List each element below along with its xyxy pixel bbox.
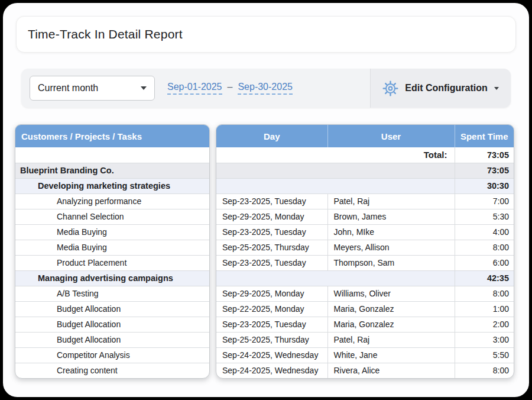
spent-time-cell: 8:00 (455, 240, 514, 255)
merged-cell (216, 163, 455, 178)
name-cell: Media Buying (15, 224, 209, 240)
day-cell: Sep-29-2025, Monday (216, 209, 327, 224)
task-row: Sep-24-2025, WednesdayRivera, Alice8:00 (216, 363, 514, 378)
task-row: Product Placement (15, 255, 209, 270)
tasks-column-body: Blueprint Branding Co.Developing marketi… (15, 147, 209, 378)
task-row: Budget Allocation (15, 301, 209, 317)
task-row: Sep-23-2025, TuesdayJohn, MIke4:00 (216, 224, 514, 240)
project-row: 30:30 (216, 178, 514, 193)
task-row: Analyzing performance (15, 193, 209, 209)
name-cell: Competitor Analysis (15, 347, 209, 363)
edit-configuration-label: Edit Configuration (405, 83, 488, 93)
spent-time-cell: 5:30 (455, 209, 514, 224)
tasks-table-header-row: Customers / Projects / Tasks (15, 125, 209, 147)
name-cell: Media Buying (15, 240, 209, 255)
task-row: Channel Selection (15, 209, 209, 224)
spent-time-cell: 8:00 (455, 286, 514, 301)
day-cell: Sep-23-2025, Tuesday (216, 224, 327, 240)
user-cell: John, MIke (327, 224, 455, 240)
entries-table-header-row: Day User Spent Time (216, 125, 514, 147)
date-to-link[interactable]: Sep-30-2025 (238, 82, 293, 95)
task-row: Sep-25-2025, ThursdayMeyers, Allison8:00 (216, 240, 514, 255)
day-cell: Sep-22-2025, Monday (216, 301, 327, 317)
task-row: Sep-24-2025, WednesdayWhite, Jane5:50 (216, 347, 514, 363)
task-row: Budget Allocation (15, 332, 209, 347)
day-cell: Sep-24-2025, Wednesday (216, 363, 327, 378)
task-row: Sep-22-2025, MondayMaria, Gonzalez1:00 (216, 301, 514, 317)
name-cell: Budget Allocation (15, 317, 209, 332)
total-row (15, 147, 209, 163)
tasks-table: Customers / Projects / Tasks Blueprint B… (15, 124, 210, 379)
user-cell: Maria, Gonzalez (327, 317, 455, 332)
user-cell: Meyers, Allison (327, 240, 455, 255)
name-cell: Analyzing performance (15, 193, 209, 209)
task-row: Sep-29-2025, MondayWilliams, Oliver8:00 (216, 286, 514, 301)
user-cell: Patel, Raj (327, 332, 455, 347)
toolbar: Current month Sep-01-2025 – Sep-30-2025 (21, 69, 511, 108)
spent-time-cell: 1:00 (455, 301, 514, 317)
merged-cell (216, 178, 455, 193)
chevron-down-icon (494, 87, 499, 90)
task-row: Sep-23-2025, TuesdayPatel, Raj7:00 (216, 193, 514, 209)
spent-time-cell: 2:00 (455, 317, 514, 332)
spent-time-cell: 4:00 (455, 224, 514, 240)
task-row: Sep-23-2025, TuesdayMaria, Gonzalez2:00 (216, 317, 514, 332)
edit-configuration-button[interactable]: Edit Configuration (370, 69, 511, 108)
spent-time-cell: 3:00 (455, 332, 514, 347)
name-cell: Budget Allocation (15, 301, 209, 317)
column-header-day: Day (216, 125, 327, 147)
spent-time-cell: 42:35 (455, 270, 514, 286)
date-range-separator: – (228, 82, 233, 92)
project-row: 42:35 (216, 270, 514, 286)
name-cell: Creating content (15, 363, 209, 378)
column-header-user: User (327, 125, 455, 147)
spent-time-cell: 5:50 (455, 347, 514, 363)
user-cell: Rivera, Alice (327, 363, 455, 378)
entries-body: Total:73:0573:0530:30Sep-23-2025, Tuesda… (216, 147, 514, 378)
user-cell: Patel, Raj (327, 193, 455, 209)
total-label-cell: Total: (216, 147, 455, 163)
time-entries-table: Day User Spent Time Total:73:0573:0530:3… (216, 124, 514, 379)
task-row: Sep-29-2025, MondayBrown, James5:30 (216, 209, 514, 224)
report-title-card: Time-Track In Detail Report (16, 16, 516, 53)
period-select-value: Current month (38, 83, 98, 93)
name-cell: Product Placement (15, 255, 209, 270)
task-row: Media Buying (15, 240, 209, 255)
empty-cell (15, 147, 209, 163)
day-cell: Sep-24-2025, Wednesday (216, 347, 327, 363)
total-row: Total:73:05 (216, 147, 514, 163)
day-cell: Sep-25-2025, Thursday (216, 240, 327, 255)
page-title: Time-Track In Detail Report (28, 27, 183, 41)
name-cell: Developing marketing strategies (15, 178, 209, 193)
task-row: Sep-23-2025, TuesdayThompson, Sam6:00 (216, 255, 514, 270)
task-row: Sep-25-2025, ThursdayPatel, Raj3:00 (216, 332, 514, 347)
spent-time-cell: 73:05 (455, 163, 514, 178)
user-cell: Brown, James (327, 209, 455, 224)
chevron-down-icon (141, 86, 147, 90)
gear-icon (382, 80, 398, 96)
date-from-link[interactable]: Sep-01-2025 (167, 82, 222, 95)
day-cell: Sep-25-2025, Thursday (216, 332, 327, 347)
day-cell: Sep-29-2025, Monday (216, 286, 327, 301)
day-cell: Sep-23-2025, Tuesday (216, 193, 327, 209)
name-cell: Budget Allocation (15, 332, 209, 347)
task-row: Media Buying (15, 224, 209, 240)
name-cell: Blueprint Branding Co. (15, 163, 209, 178)
user-cell: Williams, Oliver (327, 286, 455, 301)
name-cell: Managing advertising campaigns (15, 270, 209, 286)
period-select[interactable]: Current month (30, 76, 155, 101)
spent-time-cell: 30:30 (455, 178, 514, 193)
task-row: Competitor Analysis (15, 347, 209, 363)
customer-row: 73:05 (216, 163, 514, 178)
date-range: Sep-01-2025 – Sep-30-2025 (167, 82, 293, 95)
name-cell: Channel Selection (15, 209, 209, 224)
spent-time-cell: 6:00 (455, 255, 514, 270)
customers-projects-tasks-header: Customers / Projects / Tasks (15, 125, 209, 147)
project-row: Developing marketing strategies (15, 178, 209, 193)
user-cell: Thompson, Sam (327, 255, 455, 270)
project-row: Managing advertising campaigns (15, 270, 209, 286)
name-cell: A/B Testing (15, 286, 209, 301)
user-cell: White, Jane (327, 347, 455, 363)
task-row: Creating content (15, 363, 209, 378)
spent-time-cell: 7:00 (455, 193, 514, 209)
